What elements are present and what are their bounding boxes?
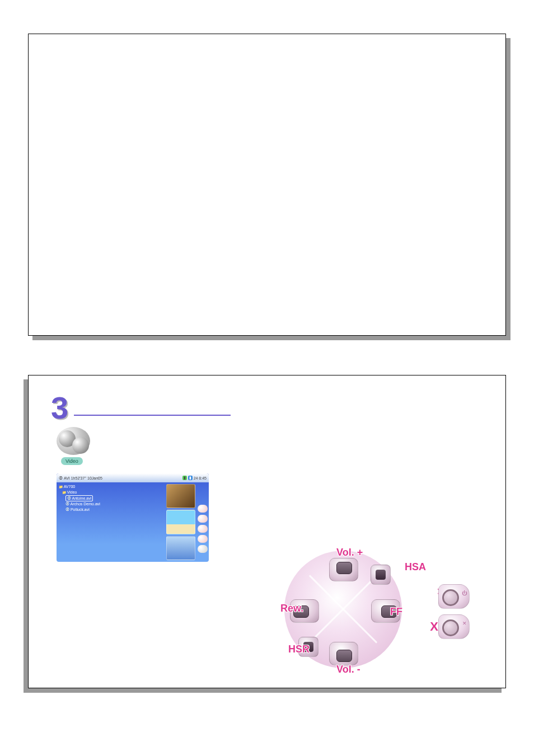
side-icon [198, 535, 208, 543]
dpad: Vol. + Vol. - Rew. FF HSA HSR >I X [282, 548, 405, 671]
dpad-down-button[interactable] [329, 642, 358, 665]
section-header: 3 [45, 387, 489, 424]
thumbnail [166, 536, 195, 560]
media-type-icon: ⦿ [59, 476, 63, 480]
dpad-left-button[interactable] [290, 599, 319, 623]
power-icon: ⏻ [462, 590, 467, 596]
controller-diagram: Vol. + Vol. - Rew. FF HSA HSR >I X ⏻ ✕ [282, 548, 472, 671]
bottom-frame: 3 Video ⦿ AVI 1h52'37'' 10Jan05 ▮ ▮ 24 8… [28, 375, 506, 688]
film-reel-icon [57, 427, 90, 455]
escape-icon: ✕ [462, 621, 467, 626]
section-rule [74, 415, 231, 416]
hdd-icon: ▮ [188, 476, 193, 480]
folder-row: AV700 [59, 484, 163, 490]
video-icon-label: Video [61, 457, 83, 465]
section-number: 3 [51, 392, 68, 424]
dpad-right-button[interactable] [371, 599, 400, 623]
folder-row: Video [59, 490, 163, 495]
topbar-left-text: AVI 1h52'37'' 10Jan05 [64, 476, 102, 480]
screenshot-side-icons [196, 482, 209, 562]
side-icon [198, 525, 208, 533]
file-list: AV700 Video Antoine.avi Archos Demo.avi … [57, 482, 165, 562]
label-stop: X [430, 619, 438, 634]
file-row: Potluck.avi [59, 507, 163, 513]
top-frame [28, 34, 506, 336]
thumbnail [166, 510, 195, 534]
topbar-right-text: 24 8:45 [194, 476, 207, 480]
battery-icon: ▮ [182, 476, 187, 480]
play-power-button[interactable]: ⏻ [438, 584, 470, 609]
side-icon [198, 505, 208, 513]
dpad-corner-bl-button[interactable] [298, 637, 318, 657]
file-row: Archos Demo.avi [59, 501, 163, 507]
dpad-up-button[interactable] [329, 558, 358, 581]
file-row-selected: Antoine.avi [65, 495, 93, 502]
side-buttons: ⏻ ✕ [438, 584, 472, 645]
stop-escape-button[interactable]: ✕ [438, 614, 470, 639]
device-screenshot: ⦿ AVI 1h52'37'' 10Jan05 ▮ ▮ 24 8:45 AV70… [57, 473, 209, 562]
thumbnail-strip [165, 482, 196, 562]
screenshot-topbar: ⦿ AVI 1h52'37'' 10Jan05 ▮ ▮ 24 8:45 [57, 473, 209, 482]
thumbnail [166, 484, 195, 508]
side-icon [198, 515, 208, 523]
dpad-corner-tr-button[interactable] [371, 565, 391, 585]
side-icon [198, 545, 208, 553]
label-hsa: HSA [405, 561, 426, 573]
